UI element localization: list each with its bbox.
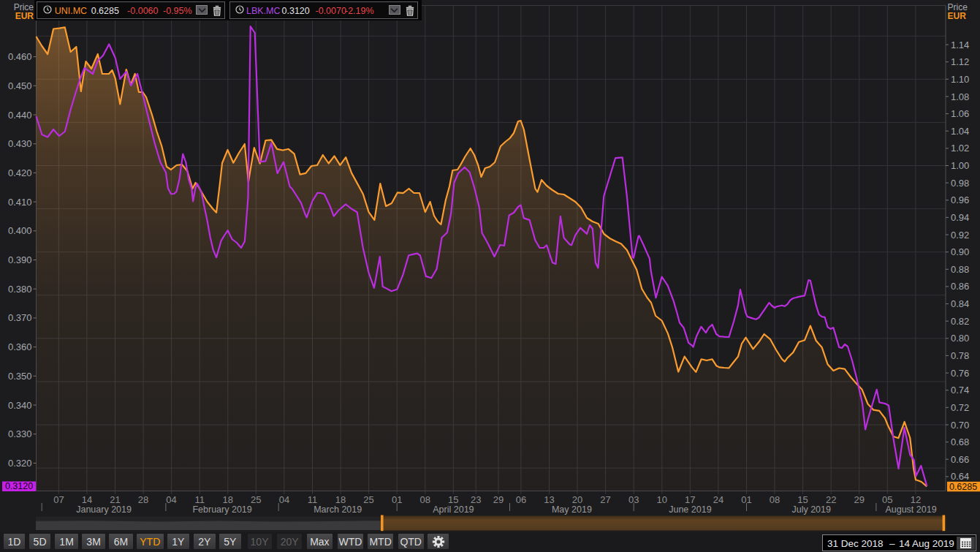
- svg-text:March 2019: March 2019: [314, 504, 362, 515]
- svg-text:0.390: 0.390: [8, 254, 32, 265]
- svg-text:April 2019: April 2019: [433, 504, 474, 515]
- svg-text:1.02: 1.02: [951, 143, 969, 154]
- svg-text:0.88: 0.88: [951, 264, 969, 275]
- svg-text:1.10: 1.10: [951, 74, 969, 85]
- svg-text:24: 24: [713, 494, 723, 505]
- svg-text:0.82: 0.82: [951, 316, 969, 327]
- svg-text:10: 10: [657, 494, 667, 505]
- svg-text:0.72: 0.72: [951, 402, 969, 413]
- svg-text:0.420: 0.420: [8, 167, 32, 178]
- svg-text:0.360: 0.360: [8, 341, 32, 352]
- svg-text:1.14: 1.14: [951, 39, 969, 50]
- svg-text:1.12: 1.12: [951, 56, 969, 67]
- svg-text:08: 08: [420, 494, 430, 505]
- svg-text:28: 28: [138, 494, 148, 505]
- svg-text:0.350: 0.350: [8, 371, 32, 382]
- svg-text:0.92: 0.92: [951, 230, 969, 241]
- svg-text:0.410: 0.410: [8, 197, 32, 208]
- svg-text:0.330: 0.330: [8, 428, 32, 439]
- svg-text:0.3120: 0.3120: [5, 481, 33, 491]
- svg-text:25: 25: [363, 494, 373, 505]
- svg-text:0.80: 0.80: [951, 333, 969, 344]
- svg-text:29: 29: [854, 494, 864, 505]
- svg-text:0.430: 0.430: [8, 138, 32, 149]
- svg-text:29: 29: [493, 494, 504, 505]
- svg-text:0.90: 0.90: [951, 246, 969, 257]
- svg-text:August 2019: August 2019: [885, 504, 936, 515]
- svg-text:0.6285: 0.6285: [949, 482, 977, 492]
- svg-text:0.370: 0.370: [8, 312, 32, 323]
- svg-text:0.64: 0.64: [951, 471, 969, 482]
- svg-text:27: 27: [600, 494, 610, 505]
- svg-text:04: 04: [166, 494, 176, 505]
- svg-text:0.66: 0.66: [951, 454, 969, 465]
- svg-text:July 2019: July 2019: [791, 504, 831, 515]
- svg-text:0.440: 0.440: [8, 110, 32, 121]
- svg-text:0.84: 0.84: [951, 298, 969, 309]
- svg-text:0.450: 0.450: [8, 80, 32, 91]
- svg-text:0.78: 0.78: [951, 350, 969, 361]
- svg-text:0.400: 0.400: [8, 225, 32, 236]
- svg-text:1.04: 1.04: [951, 126, 969, 137]
- svg-text:0.96: 0.96: [951, 194, 969, 205]
- svg-text:May 2019: May 2019: [552, 504, 592, 515]
- svg-text:0.460: 0.460: [8, 51, 32, 62]
- svg-text:February 2019: February 2019: [192, 504, 251, 515]
- svg-text:1.00: 1.00: [951, 160, 969, 171]
- svg-text:1.08: 1.08: [951, 91, 969, 102]
- svg-text:06: 06: [516, 494, 526, 505]
- svg-text:0.94: 0.94: [951, 212, 969, 223]
- svg-text:0.76: 0.76: [951, 368, 969, 379]
- svg-text:04: 04: [279, 494, 289, 505]
- svg-text:January 2019: January 2019: [76, 504, 132, 515]
- svg-text:1.06: 1.06: [951, 108, 969, 119]
- svg-text:0.340: 0.340: [8, 400, 32, 411]
- svg-text:0.86: 0.86: [951, 281, 969, 292]
- svg-text:June 2019: June 2019: [669, 504, 711, 515]
- svg-text:0.74: 0.74: [951, 385, 969, 396]
- svg-text:07: 07: [53, 494, 64, 505]
- svg-text:0.380: 0.380: [8, 284, 32, 295]
- svg-text:25: 25: [251, 494, 261, 505]
- svg-text:08: 08: [770, 494, 780, 505]
- svg-text:0.98: 0.98: [951, 178, 969, 189]
- svg-text:0.320: 0.320: [8, 458, 32, 469]
- svg-text:0.70: 0.70: [951, 420, 969, 431]
- svg-text:0.68: 0.68: [951, 436, 969, 447]
